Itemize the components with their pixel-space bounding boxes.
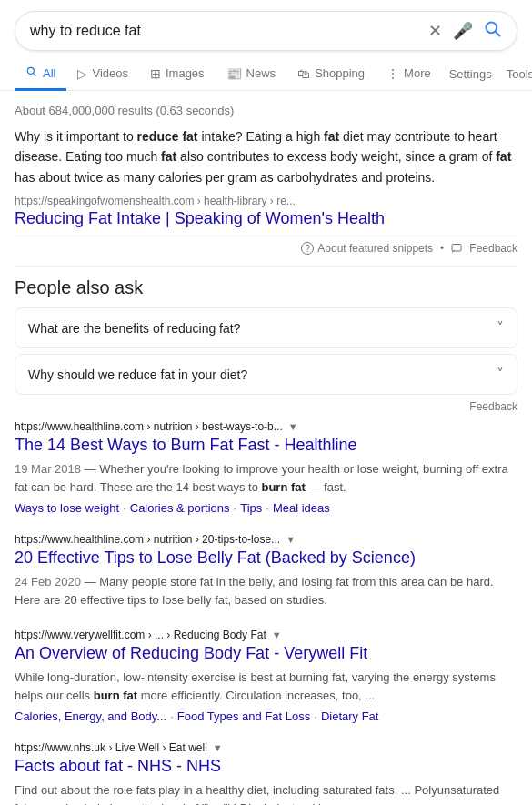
search-result-2: https://www.verywellfit.com › ... › Redu… [15,629,517,723]
result-dropdown-icon-1[interactable]: ▼ [286,534,296,545]
result-dropdown-icon-3[interactable]: ▼ [213,742,223,753]
result-snippet-after-0: — fast. [306,480,346,494]
result-title-0[interactable]: The 14 Best Ways to Burn Fat Fast - Heal… [15,435,517,456]
result-url-container-2: https://www.verywellfit.com › ... › Redu… [15,629,517,641]
result-url-1: https://www.healthline.com › nutrition ›… [15,533,280,546]
tab-videos[interactable]: ▷ Videos [66,59,139,91]
chevron-down-icon-0: ˅ [497,319,504,337]
videos-icon: ▷ [77,66,87,81]
result-date-0: 19 Mar 2018 [15,462,81,476]
featured-text-before: Why is it important to [15,129,137,144]
about-snippets-label: About featured snippets [317,242,433,255]
link-sep-2-1: · [314,709,317,723]
mic-icon[interactable]: 🎤 [453,21,473,41]
featured-bold-4: fat [496,149,511,164]
featured-snippet: Why is it important to reduce fat intake… [15,126,517,255]
tab-news[interactable]: 📰 News [216,59,287,91]
result-sub-link-0-0[interactable]: Ways to lose weight [15,501,119,515]
result-url-3: https://www.nhs.uk › Live Well › Eat wel… [15,741,207,754]
featured-bold-1: reduce fat [137,129,198,144]
result-sub-link-0-2[interactable]: Tips [240,501,262,515]
search-bar-container: ✕ 🎤 [0,0,532,51]
svg-rect-4 [452,245,461,252]
search-input[interactable] [30,23,428,39]
result-sub-link-2-1[interactable]: Food Types and Fat Loss [177,709,310,723]
link-sep-0-2: · [266,501,269,515]
result-sub-link-0-1[interactable]: Calories & portions [130,501,230,515]
search-result-0: https://www.healthline.com › nutrition ›… [15,420,517,515]
tab-shopping-label: Shopping [315,66,365,80]
featured-link[interactable]: Reducing Fat Intake | Speaking of Women'… [15,209,517,228]
svg-line-1 [496,31,500,35]
result-links-0: Ways to lose weight · Calories & portion… [15,501,517,515]
main-content: About 684,000,000 results (0.63 seconds)… [0,91,532,805]
search-bar: ✕ 🎤 [15,11,517,51]
paa-feedback[interactable]: Feedback [15,400,517,413]
tab-images-label: Images [166,66,205,80]
result-dropdown-icon-2[interactable]: ▼ [272,629,282,640]
paa-question-1: Why should we reduce fat in your diet? [28,367,247,382]
result-snippet-bold-0: burn fat [261,480,305,494]
result-snippet-after-2: more efficiently. Circulation increases,… [137,689,375,702]
result-sub-link-2-2[interactable]: Dietary Fat [321,709,379,723]
result-links-2: Calories, Energy, and Body... · Food Typ… [15,709,517,723]
featured-bold-2: fat [324,129,339,144]
result-sub-link-0-3[interactable]: Meal ideas [273,501,330,515]
tab-images[interactable]: ⊞ Images [139,59,216,91]
result-sub-link-2-0[interactable]: Calories, Energy, and Body... [15,709,166,723]
separator-dot: • [440,242,444,255]
about-snippets[interactable]: ? About featured snippets [301,242,433,255]
nav-tabs: All ▷ Videos ⊞ Images 📰 News 🛍 Shopping … [0,51,532,91]
result-snippet-2: While long-duration, low-intensity exerc… [15,669,517,707]
section-divider-1 [15,266,517,267]
result-snippet-1: 24 Feb 2020 — Many people store fat in t… [15,573,517,611]
clear-icon[interactable]: ✕ [428,21,442,41]
chevron-down-icon-1: ˅ [497,366,504,383]
result-title-3[interactable]: Facts about fat - NHS - NHS [15,756,517,777]
result-dropdown-icon-0[interactable]: ▼ [288,421,298,432]
featured-text-end: has about twice as many calories per gra… [15,170,435,185]
result-snippet-before-1: — Many people store fat in the belly, an… [15,575,494,608]
search-result-3: https://www.nhs.uk › Live Well › Eat wel… [15,741,517,805]
search-result-1: https://www.healthline.com › nutrition ›… [15,533,517,610]
featured-footer: ? About featured snippets • Feedback [15,236,517,255]
tools-link[interactable]: Tools [499,60,532,88]
settings-link[interactable]: Settings [442,60,499,88]
news-icon: 📰 [226,66,242,81]
result-url-2: https://www.verywellfit.com › ... › Redu… [15,629,266,641]
people-also-ask: People also ask What are the benefits of… [15,277,517,413]
results-count: About 684,000,000 results (0.63 seconds) [15,104,517,117]
featured-text: Why is it important to reduce fat intake… [15,126,517,187]
link-sep-2-0: · [170,709,174,723]
paa-feedback-label: Feedback [469,400,517,413]
paa-item-0[interactable]: What are the benefits of reducing fat? ˅ [15,307,517,348]
tab-news-label: News [246,66,276,80]
images-icon: ⊞ [150,66,161,81]
more-icon: ⋮ [386,66,399,81]
tab-more-label: More [404,66,431,80]
tab-more[interactable]: ⋮ More [376,59,442,91]
link-sep-0-1: · [234,501,237,515]
featured-feedback-link[interactable]: Feedback [469,242,517,255]
feedback-icon [451,243,462,254]
tab-shopping[interactable]: 🛍 Shopping [286,59,376,91]
tab-videos-label: Videos [92,66,128,80]
shopping-icon: 🛍 [297,66,310,81]
featured-text-mid3: also contributes to excess body weight, … [176,149,496,164]
paa-question-0: What are the benefits of reducing fat? [28,321,240,336]
search-icons: ✕ 🎤 [428,20,502,43]
result-title-1[interactable]: 20 Effective Tips to Lose Belly Fat (Bac… [15,548,517,569]
result-date-1: 24 Feb 2020 [15,575,81,589]
tab-all-label: All [43,66,55,80]
tab-all[interactable]: All [15,58,66,91]
result-url-container-0: https://www.healthline.com › nutrition ›… [15,420,517,433]
paa-item-1[interactable]: Why should we reduce fat in your diet? ˅ [15,354,517,395]
question-icon: ? [301,242,314,255]
all-icon [25,65,38,81]
result-title-2[interactable]: An Overview of Reducing Body Fat - Veryw… [15,643,517,664]
search-submit-icon[interactable] [484,20,502,43]
featured-bold-3: fat [161,149,176,164]
featured-text-mid1: intake? Eating a high [198,129,325,144]
link-sep-0-0: · [123,501,126,515]
feedback-icon-container [451,243,462,254]
